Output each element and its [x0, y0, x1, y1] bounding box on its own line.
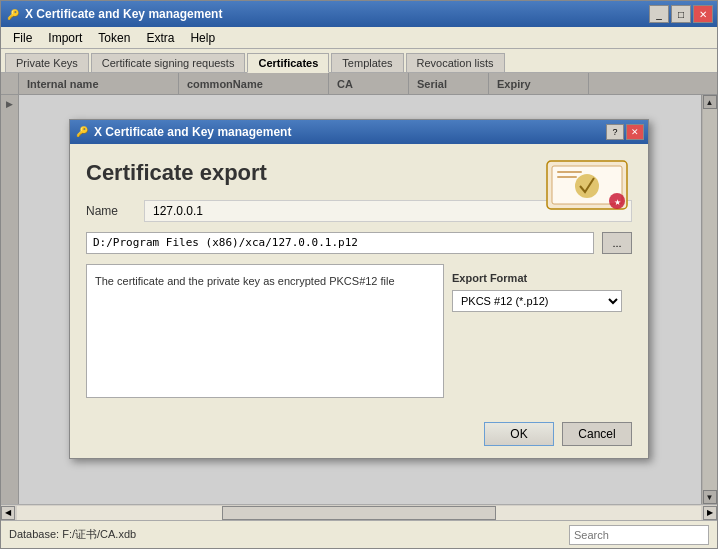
dialog-bottom: The certificate and the private key as e…	[86, 264, 632, 398]
menu-file[interactable]: File	[5, 29, 40, 47]
cancel-button[interactable]: Cancel	[562, 422, 632, 446]
scroll-right-btn[interactable]: ▶	[703, 506, 717, 520]
window-controls: _ □ ✕	[649, 5, 713, 23]
dialog-footer: OK Cancel	[70, 414, 648, 458]
filename-row: ...	[86, 232, 632, 254]
database-path: Database: F:/证书/CA.xdb	[9, 527, 561, 542]
filename-input[interactable]	[86, 232, 594, 254]
minimize-button[interactable]: _	[649, 5, 669, 23]
dialog-heading: Certificate export	[86, 160, 267, 186]
dialog-icon: 🔑	[74, 124, 90, 140]
menu-help[interactable]: Help	[182, 29, 223, 47]
dialog-body: Certificate export ★	[70, 144, 648, 414]
status-bar: Database: F:/证书/CA.xdb	[1, 520, 717, 548]
menu-import[interactable]: Import	[40, 29, 90, 47]
scroll-left-btn[interactable]: ◀	[1, 506, 15, 520]
tab-revocation[interactable]: Revocation lists	[406, 53, 505, 72]
close-button[interactable]: ✕	[693, 5, 713, 23]
dialog-title: X Certificate and Key management	[94, 125, 604, 139]
format-section: Export Format PKCS #12 (*.p12) PEM DER P…	[452, 264, 632, 398]
certificate-export-dialog: 🔑 X Certificate and Key management ? ✕ C…	[69, 119, 649, 459]
maximize-button[interactable]: □	[671, 5, 691, 23]
dialog-heading-area: Certificate export ★	[86, 160, 632, 190]
scroll-h-thumb	[222, 506, 496, 520]
menu-bar: File Import Token Extra Help	[1, 27, 717, 49]
main-content: Internal name commonName CA Serial Expir…	[1, 73, 717, 504]
horizontal-scrollbar[interactable]: ◀ ▶	[1, 504, 717, 520]
format-label: Export Format	[452, 272, 632, 284]
dialog-help-button[interactable]: ?	[606, 124, 624, 140]
search-input[interactable]	[569, 525, 709, 545]
cert-decoration: ★	[542, 156, 632, 219]
svg-rect-4	[557, 176, 577, 178]
browse-button[interactable]: ...	[602, 232, 632, 254]
description-box: The certificate and the private key as e…	[86, 264, 444, 398]
tab-bar: Private Keys Certificate signing request…	[1, 49, 717, 73]
menu-extra[interactable]: Extra	[138, 29, 182, 47]
name-label: Name	[86, 204, 136, 218]
search-box	[569, 525, 709, 545]
app-icon: 🔑	[5, 6, 21, 22]
svg-text:★: ★	[614, 198, 621, 207]
tab-csr[interactable]: Certificate signing requests	[91, 53, 246, 72]
title-bar: 🔑 X Certificate and Key management _ □ ✕	[1, 1, 717, 27]
scroll-h-track	[17, 506, 701, 520]
app-title: X Certificate and Key management	[25, 7, 649, 21]
tab-private-keys[interactable]: Private Keys	[5, 53, 89, 72]
svg-point-2	[575, 174, 599, 198]
dialog-close-button[interactable]: ✕	[626, 124, 644, 140]
menu-token[interactable]: Token	[90, 29, 138, 47]
tab-templates[interactable]: Templates	[331, 53, 403, 72]
dialog-title-bar: 🔑 X Certificate and Key management ? ✕	[70, 120, 648, 144]
tab-certificates[interactable]: Certificates	[247, 53, 329, 73]
modal-overlay: 🔑 X Certificate and Key management ? ✕ C…	[1, 73, 717, 504]
svg-rect-3	[557, 171, 582, 173]
ok-button[interactable]: OK	[484, 422, 554, 446]
format-select[interactable]: PKCS #12 (*.p12) PEM DER PKCS #7	[452, 290, 622, 312]
main-window: 🔑 X Certificate and Key management _ □ ✕…	[0, 0, 718, 549]
